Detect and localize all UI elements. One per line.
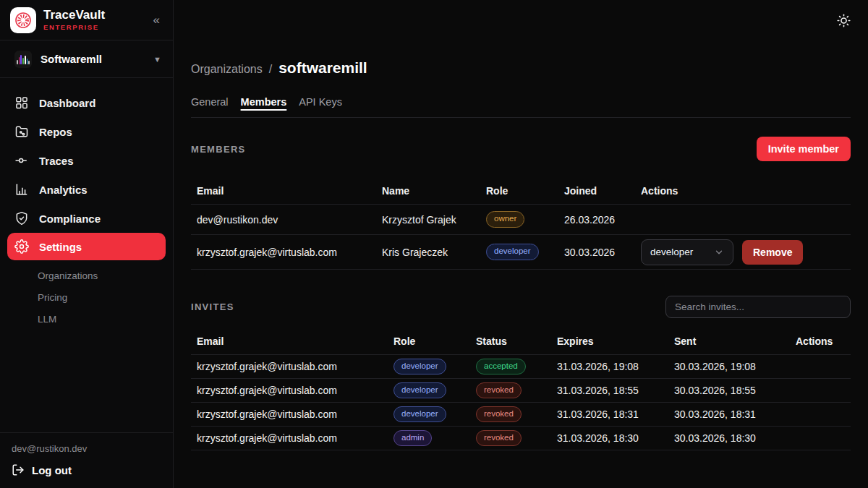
sidebar-item-label: Analytics bbox=[39, 184, 88, 196]
org-selector[interactable]: Softwaremll ▼ bbox=[0, 40, 173, 78]
sidebar-item-label: Repos bbox=[39, 126, 72, 138]
sidebar-item-label: Settings bbox=[39, 241, 82, 253]
invite-expires: 31.03.2026, 18:30 bbox=[551, 432, 668, 444]
member-email: dev@rustikon.dev bbox=[191, 214, 376, 226]
col-actions: Actions bbox=[790, 335, 851, 347]
invite-email: krzysztof.grajek@virtuslab.com bbox=[191, 385, 388, 396]
trace-span-icon bbox=[14, 153, 29, 168]
invite-sent: 30.03.2026, 18:30 bbox=[668, 432, 790, 444]
sidebar: TraceVault ENTERPRISE « Softwaremll ▼ bbox=[0, 0, 174, 488]
invite-expires: 31.03.2026, 18:31 bbox=[551, 408, 668, 420]
brand-name: TraceVault bbox=[43, 9, 143, 22]
app-window: TraceVault ENTERPRISE « Softwaremll ▼ bbox=[0, 0, 868, 488]
sidebar-item-settings[interactable]: Settings bbox=[7, 233, 166, 260]
sidebar-item-analytics[interactable]: Analytics bbox=[0, 175, 173, 204]
breadcrumb-organizations-link[interactable]: Organizations bbox=[191, 63, 263, 76]
settings-submenu: Organizations Pricing LLM bbox=[0, 260, 173, 330]
invite-row: krzysztof.grajek@virtuslab.com developer… bbox=[191, 355, 851, 379]
members-table-header: Email Name Role Joined Actions bbox=[191, 177, 851, 205]
remove-member-button[interactable]: Remove bbox=[742, 240, 803, 265]
invites-section-title: INVITES bbox=[191, 301, 234, 312]
invite-expires: 31.03.2026, 18:55 bbox=[551, 385, 668, 396]
member-joined: 30.03.2026 bbox=[558, 247, 635, 258]
tab-general[interactable]: General bbox=[191, 96, 229, 108]
col-actions: Actions bbox=[635, 185, 851, 197]
sidebar-item-traces[interactable]: Traces bbox=[0, 146, 173, 175]
col-name: Name bbox=[376, 185, 480, 197]
logout-label: Log out bbox=[32, 464, 72, 476]
topbar bbox=[174, 0, 868, 40]
member-name: Kris Grajeczek bbox=[376, 247, 480, 258]
col-email: Email bbox=[191, 335, 388, 347]
invite-sent: 30.03.2026, 18:55 bbox=[668, 385, 790, 396]
member-name: Krzysztof Grajek bbox=[376, 214, 480, 226]
invite-sent: 30.03.2026, 18:31 bbox=[668, 408, 790, 420]
tab-api-keys[interactable]: API Keys bbox=[299, 96, 342, 108]
role-badge: developer bbox=[393, 359, 446, 375]
breadcrumb: Organizations / softwaremill bbox=[191, 59, 851, 77]
invite-email: krzysztof.grajek@virtuslab.com bbox=[191, 408, 388, 420]
tracevault-logo-icon bbox=[10, 7, 36, 33]
role-badge: developer bbox=[393, 382, 446, 399]
sidebar-item-label: Dashboard bbox=[39, 97, 95, 109]
page-title: softwaremill bbox=[278, 59, 367, 77]
gear-icon bbox=[14, 239, 29, 254]
org-logo-icon bbox=[14, 51, 32, 68]
members-section-title: MEMBERS bbox=[191, 144, 246, 155]
chevron-down-icon bbox=[714, 247, 724, 257]
logout-icon bbox=[12, 463, 25, 476]
role-badge: developer bbox=[486, 244, 539, 260]
col-role: Role bbox=[388, 335, 470, 347]
breadcrumb-separator: / bbox=[269, 63, 272, 76]
status-badge: revoked bbox=[476, 382, 522, 399]
member-joined: 26.03.2026 bbox=[558, 214, 635, 226]
col-expires: Expires bbox=[551, 335, 668, 347]
collapse-sidebar-icon[interactable]: « bbox=[150, 12, 163, 29]
sidebar-item-label: Compliance bbox=[39, 213, 101, 225]
shield-check-icon bbox=[14, 211, 29, 226]
sidebar-item-label: Traces bbox=[39, 155, 74, 167]
col-role: Role bbox=[480, 185, 558, 197]
sidebar-footer: dev@rustikon.dev Log out bbox=[0, 432, 173, 488]
member-row: krzysztof.grajek@virtuslab.com Kris Graj… bbox=[191, 235, 851, 270]
role-select-dropdown[interactable]: developer bbox=[641, 239, 733, 265]
role-badge: developer bbox=[393, 406, 446, 423]
logout-button[interactable]: Log out bbox=[12, 463, 161, 476]
chevron-down-icon: ▼ bbox=[153, 55, 161, 64]
brand-text: TraceVault ENTERPRISE bbox=[43, 9, 143, 31]
user-email: dev@rustikon.dev bbox=[12, 443, 161, 454]
role-badge: owner bbox=[486, 211, 524, 228]
org-name: Softwaremll bbox=[41, 53, 145, 65]
sidebar-item-repos[interactable]: Repos bbox=[0, 117, 173, 146]
col-joined: Joined bbox=[558, 185, 635, 197]
members-section-header: MEMBERS Invite member bbox=[191, 137, 851, 161]
sidebar-nav: Dashboard Repos Traces Analytics bbox=[0, 78, 173, 330]
main-area: Organizations / softwaremill General Mem… bbox=[174, 0, 868, 488]
member-row: dev@rustikon.dev Krzysztof Grajek owner … bbox=[191, 205, 851, 235]
invite-row: krzysztof.grajek@virtuslab.com developer… bbox=[191, 379, 851, 403]
invites-table: Email Role Status Expires Sent Actions k… bbox=[191, 328, 851, 450]
theme-toggle-sun-icon[interactable] bbox=[837, 14, 851, 27]
col-sent: Sent bbox=[668, 335, 790, 347]
invite-member-button[interactable]: Invite member bbox=[757, 137, 851, 161]
role-select-value: developer bbox=[650, 247, 693, 257]
sidebar-item-compliance[interactable]: Compliance bbox=[0, 204, 173, 233]
sidebar-subitem-organizations[interactable]: Organizations bbox=[0, 265, 173, 286]
bar-chart-icon bbox=[14, 182, 29, 197]
col-email: Email bbox=[191, 185, 376, 197]
brand-tier: ENTERPRISE bbox=[43, 24, 143, 31]
repo-folder-icon bbox=[14, 124, 29, 139]
search-invites-input[interactable] bbox=[665, 296, 851, 318]
page-content: Organizations / softwaremill General Mem… bbox=[174, 40, 868, 450]
invites-section-header: INVITES bbox=[191, 294, 851, 319]
status-badge: revoked bbox=[476, 406, 522, 423]
status-badge: accepted bbox=[476, 359, 526, 375]
sidebar-item-dashboard[interactable]: Dashboard bbox=[0, 88, 173, 117]
invite-email: krzysztof.grajek@virtuslab.com bbox=[191, 432, 388, 444]
tab-members[interactable]: Members bbox=[241, 96, 287, 108]
tab-bar: General Members API Keys bbox=[191, 96, 851, 118]
col-status: Status bbox=[470, 335, 551, 347]
sidebar-subitem-pricing[interactable]: Pricing bbox=[0, 286, 173, 308]
status-badge: revoked bbox=[476, 430, 522, 447]
sidebar-subitem-llm[interactable]: LLM bbox=[0, 308, 173, 330]
